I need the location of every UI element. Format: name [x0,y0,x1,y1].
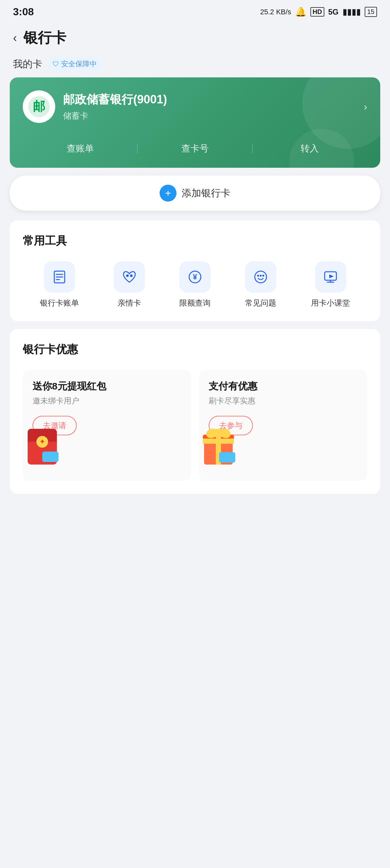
tool-bank-statement-label: 银行卡账单 [40,298,79,308]
tools-section: 常用工具 银行卡账单 [10,220,380,321]
shield-icon: 🛡 [53,60,59,68]
svg-marker-15 [329,274,334,278]
page-header: ‹ 银行卡 [0,22,390,57]
bank-logo: 邮 [23,90,55,123]
gift-card [219,452,235,463]
svg-text:邮: 邮 [33,99,45,113]
svg-point-13 [262,275,264,277]
main-content: 我的卡 🛡 安全保障中 邮 邮政储蓄银行(9001) 储蓄卡 › 查账单 查卡号 [0,57,390,494]
check-statement-btn[interactable]: 查账单 [23,143,137,155]
tool-limit-query-label: 限额查询 [180,298,210,308]
check-card-number-btn[interactable]: 查卡号 [137,143,252,155]
promo1-title: 送你8元提现红包 [32,380,181,393]
limit-query-icon: ¥ [180,261,210,292]
svg-point-7 [130,274,133,277]
promo-card-1[interactable]: 送你8元提现红包 邀未绑卡用户 去邀请 ✦ [23,370,191,481]
svg-point-11 [257,275,259,277]
status-time: 3:08 [13,6,34,18]
tool-family-card[interactable]: 亲情卡 [114,261,145,308]
red-packet-card [42,452,59,462]
security-badge-text: 安全保障中 [61,59,97,69]
promotions-grid: 送你8元提现红包 邀未绑卡用户 去邀请 ✦ 支付有优惠 刷卡尽享实惠 去参与 [23,370,367,481]
bank-name: 邮政储蓄银行(9001) [63,92,356,107]
red-packet-image: ✦ [26,429,59,465]
card-header: 邮 邮政储蓄银行(9001) 储蓄卡 › [23,90,367,123]
tool-faq[interactable]: 常见问题 [245,261,276,308]
bottom-area [0,502,390,868]
card-course-icon [315,261,346,292]
speed-indicator: 25.2 KB/s [260,8,291,16]
battery-icon: 15 [365,7,377,17]
promo2-title: 支付有优惠 [209,380,358,393]
card-actions: 查账单 查卡号 转入 [23,143,367,155]
tool-card-course-label: 用卡小课堂 [311,298,350,308]
promo-card-2[interactable]: 支付有优惠 刷卡尽享实惠 去参与 [199,370,367,481]
red-packet-star: ✦ [36,436,48,448]
promo1-subtitle: 邀未绑卡用户 [32,396,181,406]
postal-bank-logo-svg: 邮 [28,95,51,118]
faq-icon [245,261,276,292]
my-card-label: 我的卡 [13,58,42,71]
add-card-label: 添加银行卡 [182,187,230,200]
card-arrow-icon: › [364,101,367,113]
promotions-section: 银行卡优惠 送你8元提现红包 邀未绑卡用户 去邀请 ✦ 支付有优惠 刷卡尽享实惠 [10,329,380,494]
page-title: 银行卡 [23,28,66,48]
add-icon: + [160,185,176,202]
hd-icon: HD [311,7,324,17]
promotions-title: 银行卡优惠 [23,342,367,357]
svg-point-10 [255,271,266,283]
svg-point-12 [260,275,262,277]
status-bar: 3:08 25.2 KB/s 🔔 HD 5G ▮▮▮▮ 15 [0,0,390,22]
tool-family-card-label: 亲情卡 [118,298,141,308]
bank-statement-icon [44,261,75,292]
5g-icon: 5G [328,7,339,17]
tool-limit-query[interactable]: ¥ 限额查询 [180,261,210,308]
status-icons: 25.2 KB/s 🔔 HD 5G ▮▮▮▮ 15 [260,6,377,17]
tools-grid: 银行卡账单 亲情卡 ¥ [23,261,367,308]
svg-point-6 [126,274,129,277]
add-card-button[interactable]: + 添加银行卡 [10,176,380,211]
gift-box-image [202,429,235,465]
bank-card[interactable]: 邮 邮政储蓄银行(9001) 储蓄卡 › 查账单 查卡号 转入 [10,78,380,168]
svg-text:¥: ¥ [193,272,197,281]
signal-icon: ▮▮▮▮ [343,7,361,17]
tools-title: 常用工具 [23,234,367,248]
tool-bank-statement[interactable]: 银行卡账单 [40,261,79,308]
promo2-subtitle: 刷卡尽享实惠 [209,396,358,406]
back-button[interactable]: ‹ [13,31,17,45]
family-card-icon [114,261,145,292]
tool-faq-label: 常见问题 [245,298,276,308]
bank-info: 邮政储蓄银行(9001) 储蓄卡 [63,92,356,122]
card-type: 储蓄卡 [63,110,356,122]
my-card-section-header: 我的卡 🛡 安全保障中 [10,57,380,71]
transfer-in-btn[interactable]: 转入 [253,143,367,155]
gift-ribbon-h [203,439,234,444]
bell-icon: 🔔 [295,6,306,17]
security-badge: 🛡 安全保障中 [47,57,102,71]
tool-card-course[interactable]: 用卡小课堂 [311,261,350,308]
